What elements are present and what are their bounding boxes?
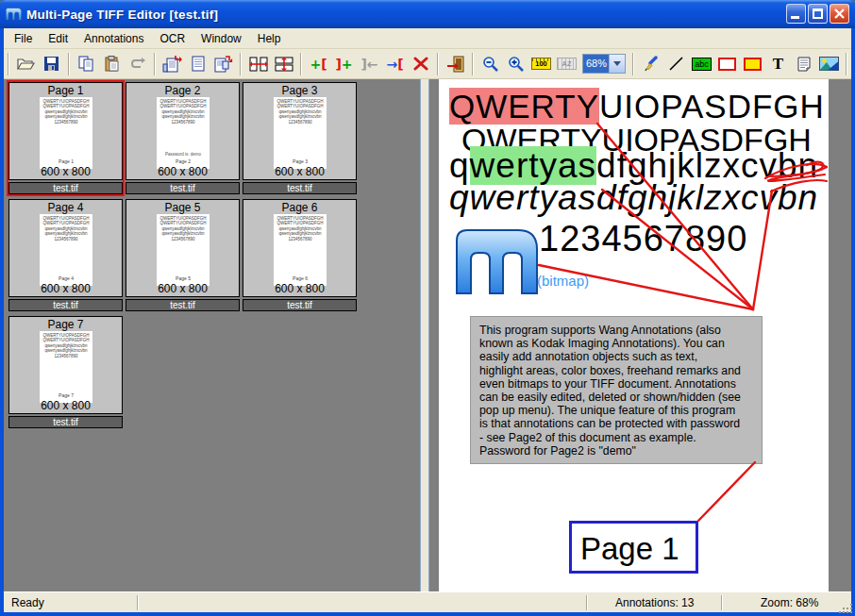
open-folder-icon <box>16 56 36 72</box>
copy-button[interactable] <box>74 52 99 76</box>
menu-file[interactable]: File <box>8 30 38 47</box>
status-zoom: Zoom: 68% <box>761 596 818 609</box>
close-icon <box>830 5 848 23</box>
maximize-icon <box>813 8 823 19</box>
edit-page-button[interactable]: EDIT PAGE <box>851 48 855 80</box>
extract-page-button[interactable] <box>210 52 236 76</box>
maximize-button[interactable] <box>808 4 828 24</box>
thumbnail-preview: QWERTYUIOPASDFGHQWERTYUIOPASDFGHqwertyas… <box>40 214 92 286</box>
rectangle-button[interactable] <box>714 52 740 76</box>
text-tool-button[interactable]: T <box>765 52 791 76</box>
page-icon <box>192 56 205 72</box>
line-tool-button[interactable] <box>663 52 689 76</box>
red-highlight-annotation: QWERTY <box>449 88 599 125</box>
move-page-right-button[interactable]: →[ <box>382 52 408 76</box>
fit-height-button[interactable] <box>271 52 296 76</box>
zoom-combobox-dropdown[interactable] <box>609 55 625 73</box>
text-tool-icon: T <box>773 55 783 74</box>
filled-rectangle-button[interactable] <box>740 52 765 76</box>
save-floppy-icon <box>43 56 59 72</box>
ruler-az-icon: AZ <box>557 58 577 70</box>
status-ready: Ready <box>11 596 44 609</box>
abc-highlight-icon: abc <box>692 58 712 71</box>
thumbnail-panel: Page 1 QWERTYUIOPASDFGHQWERTYUIOPASDFGHq… <box>4 79 420 591</box>
note-icon <box>797 57 811 72</box>
view-page-button[interactable] <box>185 52 210 76</box>
thumbnail-page-5[interactable]: Page 5 QWERTYUIOPASDFGHQWERTYUIOPASDFGHq… <box>126 199 240 311</box>
thumbnail-preview: QWERTYUIOPASDFGHQWERTYUIOPASDFGHqwertyas… <box>157 214 210 286</box>
menu-ocr[interactable]: OCR <box>154 30 191 47</box>
delete-page-button[interactable] <box>408 52 433 76</box>
thumbnail-page-6[interactable]: Page 6 QWERTYUIOPASDFGHQWERTYUIOPASDFGHq… <box>243 199 357 311</box>
filled-rectangle-icon <box>744 58 762 71</box>
status-bar: Ready Annotations: 13 Zoom: 68% <box>4 591 851 612</box>
thumbnail-preview: QWERTYUIOPASDFGHQWERTYUIOPASDFGHqwertyas… <box>40 331 92 403</box>
insert-page-before-button[interactable]: +[ <box>306 52 331 76</box>
page-canvas[interactable]: QWERTYUIOPASDFGH QWERTYUIOPASDFGH qwerty… <box>439 79 829 591</box>
minimize-icon <box>791 16 799 19</box>
zoom-combobox-value: 68% <box>583 55 609 73</box>
resize-grip[interactable] <box>847 608 848 609</box>
zoom-out-icon <box>482 56 499 73</box>
title-bar: Multi-Page TIFF Editor [test.tif] <box>0 0 855 28</box>
zoom-in-button[interactable] <box>503 52 528 76</box>
exit-door-icon <box>446 56 465 73</box>
fit-width-icon <box>249 57 268 72</box>
open-button[interactable] <box>13 52 39 76</box>
fit-width-button[interactable] <box>245 52 271 76</box>
fit-height-icon <box>275 57 293 72</box>
copy-icon <box>78 56 94 72</box>
paste-icon <box>104 56 120 72</box>
menu-window[interactable]: Window <box>195 30 247 47</box>
app-window: Multi-Page TIFF Editor [test.tif] File E… <box>0 0 855 616</box>
zoom-combobox[interactable]: 68% <box>582 54 626 74</box>
scan-page-icon <box>162 56 182 73</box>
menu-help[interactable]: Help <box>252 30 287 47</box>
thumbnail-page-7[interactable]: Page 7 QWERTYUIOPASDFGHQWERTYUIOPASDFGHq… <box>8 316 123 428</box>
close-button[interactable] <box>830 4 849 24</box>
delete-x-icon <box>413 57 428 71</box>
extract-page-icon <box>213 56 233 73</box>
app-logo-icon <box>6 7 22 22</box>
thumbnail-preview: QWERTYUIOPASDFGHQWERTYUIOPASDFGHqwertyas… <box>274 214 327 286</box>
menu-annotations[interactable]: Annotations <box>78 30 149 47</box>
undo-icon <box>129 57 146 72</box>
thumbnail-page-2[interactable]: Page 2 QWERTYUIOPASDFGHQWERTYUIOPASDFGHq… <box>126 82 240 194</box>
acquire-page-button[interactable] <box>159 52 185 76</box>
window-title: Multi-Page TIFF Editor [test.tif] <box>26 8 218 22</box>
save-button[interactable] <box>39 52 64 76</box>
highlight-text-button[interactable]: abc <box>689 52 714 76</box>
thumbnail-page-3[interactable]: Page 3 QWERTYUIOPASDFGHQWERTYUIOPASDFGHq… <box>243 82 357 194</box>
image-tool-button[interactable] <box>816 52 842 76</box>
ruler-pixels-button[interactable]: 100 <box>528 52 554 76</box>
thumbnail-preview: QWERTYUIOPASDFGHQWERTYUIOPASDFGHqwertyas… <box>274 97 327 169</box>
menu-edit[interactable]: Edit <box>42 30 74 47</box>
description-text-annotation: This program supports Wang Annotations (… <box>470 316 763 464</box>
toolbar: +[ ]+ ]← →[ <box>4 49 851 79</box>
image-icon <box>819 57 839 71</box>
move-page-left-button[interactable]: ]← <box>357 52 382 76</box>
undo-button[interactable] <box>125 52 150 76</box>
menu-bar: File Edit Annotations OCR Window Help <box>4 28 851 49</box>
note-tool-button[interactable] <box>791 52 816 76</box>
page-view: QWERTYUIOPASDFGH QWERTYUIOPASDFGH qwerty… <box>429 79 851 591</box>
highlighter-button[interactable] <box>638 52 663 76</box>
status-annotations: Annotations: 13 <box>615 596 694 609</box>
minimize-button[interactable] <box>786 4 806 24</box>
thumbnail-preview: QWERTYUIOPASDFGHQWERTYUIOPASDFGHqwertyas… <box>40 97 92 169</box>
pen-icon <box>643 56 660 73</box>
rectangle-icon <box>718 58 736 71</box>
zoom-out-button[interactable] <box>478 52 503 76</box>
panel-splitter[interactable] <box>420 79 429 591</box>
zoom-in-icon <box>508 56 525 73</box>
paste-button[interactable] <box>99 52 125 76</box>
exit-button[interactable] <box>443 52 468 76</box>
toolbar-grip <box>8 53 9 75</box>
page-label-annotation: Page 1 <box>569 521 698 574</box>
thumbnail-page-4[interactable]: Page 4 QWERTYUIOPASDFGHQWERTYUIOPASDFGHq… <box>8 199 123 311</box>
ruler-100-icon: 100 <box>531 58 551 70</box>
line-icon <box>668 56 684 72</box>
insert-page-after-button[interactable]: ]+ <box>331 52 357 76</box>
thumbnail-page-1[interactable]: Page 1 QWERTYUIOPASDFGHQWERTYUIOPASDFGHq… <box>8 82 123 194</box>
ruler-text-button[interactable]: AZ <box>554 52 579 76</box>
